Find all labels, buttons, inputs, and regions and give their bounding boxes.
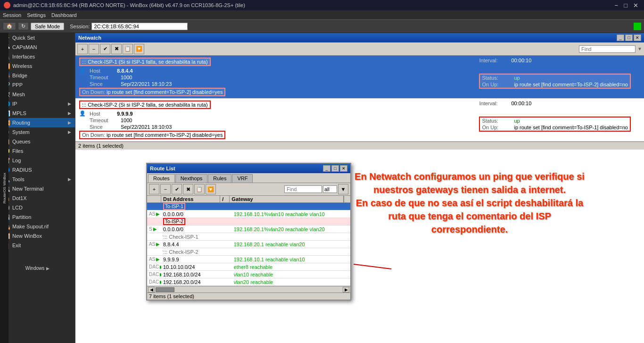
table-row-as-9999[interactable]: AS ▶ 9.9.9.9 192.168.10.1 reachable vlan… — [147, 256, 350, 263]
netwatch-check-button[interactable]: ✔ — [100, 44, 110, 54]
tab-rules[interactable]: Rules — [208, 174, 231, 183]
close-button[interactable]: ✕ — [631, 2, 640, 9]
scroll-left[interactable]: ◀ — [148, 287, 155, 293]
sidebar-item-files[interactable]: 📁 Files — [0, 146, 75, 156]
netwatch-isp2-ondown-box: On Down: ip route set [find comment=To-I… — [79, 131, 225, 139]
menu-settings[interactable]: Settings — [27, 12, 46, 18]
minimize-button[interactable]: − — [613, 2, 620, 9]
maximize-button[interactable]: □ — [622, 2, 629, 9]
sidebar-item-make-supout[interactable]: 📤 Make Supout.rif — [0, 222, 75, 231]
table-row-dac-192-10[interactable]: DAC ▶ 192.168.10.0/24 vlan10 reachable — [147, 271, 350, 278]
netwatch-add-button[interactable]: + — [77, 44, 88, 54]
menu-dashboard[interactable]: Dashboard — [51, 12, 77, 18]
table-row-to-isp-2-label[interactable]: To-ISP-2 — [147, 218, 350, 226]
netwatch-find-input[interactable] — [579, 45, 636, 53]
sidebar-item-log[interactable]: 📝 Log — [0, 156, 75, 165]
sidebar-item-partition[interactable]: 💾 Partition — [0, 212, 75, 222]
sidebar-item-mesh[interactable]: 🕸 Mesh — [0, 90, 75, 99]
netwatch-maximize[interactable]: □ — [625, 34, 633, 41]
sidebar-item-queues[interactable]: 📋 Queues — [0, 137, 75, 146]
sidebar-item-capsman[interactable]: 📡 CAPsMAN — [0, 42, 75, 52]
route-filter-input[interactable] — [323, 185, 337, 193]
route-remove-button[interactable]: − — [160, 184, 171, 194]
app-icon — [4, 2, 10, 8]
netwatch-isp1-onup-label: On Up: — [482, 82, 510, 87]
sidebar-item-lcd[interactable]: 🖥 LCD — [0, 203, 75, 212]
sidebar-item-routing[interactable]: 🔀 Routing ▶ — [0, 118, 75, 127]
sidebar-item-interfaces[interactable]: 🔌 Interfaces — [0, 52, 75, 61]
refresh-button[interactable]: ↻ — [18, 22, 29, 30]
table-row-check-isp1-label[interactable]: ::: Check-ISP-1 — [147, 233, 350, 241]
scroll-thumb[interactable] — [156, 287, 174, 292]
menubar: Session Settings Dashboard — [0, 10, 644, 20]
netwatch-isp1-ondown-box: On Down: ip route set [find comment=To-I… — [79, 88, 225, 96]
sidebar-item-ip[interactable]: 🌐 IP ▶ — [0, 99, 75, 109]
sidebar-item-exit[interactable]: 🚪 Exit — [0, 241, 75, 250]
table-row-as-8844[interactable]: AS ▶ 8.8.4.4 192.168.20.1 reachable vlan… — [147, 241, 350, 248]
route-x-button[interactable]: ✖ — [183, 184, 193, 194]
table-row-s-0000-vlan20[interactable]: S ▶ 0.0.0.0/0 192.168.20.1%vlan20 reacha… — [147, 226, 350, 233]
table-row-dac-192-20[interactable]: DAC ▶ 192.168.20.0/24 vlan20 reachable — [147, 278, 350, 286]
netwatch-isp2-ondown-label: On Down: — [82, 132, 105, 138]
route-find-input[interactable] — [284, 185, 322, 193]
tab-vrf[interactable]: VRF — [232, 174, 253, 183]
netwatch-isp1-host-icon: 👤 — [79, 67, 86, 74]
netwatch-isp1-status-box: Status: up On Up: ip route set [find com… — [479, 74, 631, 89]
sidebar-item-system[interactable]: ⚙ System ▶ — [0, 127, 75, 137]
to-isp2-box: To-ISP-2 — [163, 218, 185, 225]
netwatch-row-isp2[interactable]: ::: Check-ISP-2 (Si si ISP-2 falla, se d… — [75, 99, 644, 142]
route-copy-button[interactable]: 📋 — [194, 184, 205, 194]
netwatch-isp2-status-row: Status: up — [482, 118, 628, 124]
titlebar-controls: − □ ✕ — [613, 2, 640, 9]
sidebar-item-wireless[interactable]: 📶 Wireless — [0, 61, 75, 71]
table-row-dac-10[interactable]: DAC ▶ 10.10.10.0/24 ether8 reachable — [147, 263, 350, 271]
flag-dac2: DAC — [149, 272, 159, 277]
netwatch-copy-button[interactable]: 📋 — [123, 44, 133, 54]
sidebar-item-bridge[interactable]: 🌉 Bridge — [0, 71, 75, 80]
netwatch-x-button[interactable]: ✖ — [111, 44, 122, 54]
sidebar-item-windows[interactable]: Windows ▶ — [22, 264, 54, 272]
route-minimize[interactable]: _ — [323, 165, 330, 172]
netwatch-isp1-onup-row: On Up: ip route set [find comment=To-ISP… — [482, 82, 628, 87]
home-button[interactable]: 🏠 — [3, 22, 16, 30]
arrow-as2: ▶ — [156, 242, 160, 247]
session-input[interactable] — [91, 23, 188, 30]
netwatch-row-isp1[interactable]: ::: Check-ISP-1 (Si si ISP-1 falla, se d… — [75, 56, 644, 99]
netwatch-isp2-title: ::: Check-ISP-2 (Si si ISP-2 falla, se d… — [82, 102, 208, 108]
table-row-check-isp2-label[interactable]: ::: Check-ISP-2 — [147, 248, 350, 256]
sidebar-item-quick-set[interactable]: ⚡ Quick Set — [0, 33, 75, 42]
sidebar-item-new-winbox[interactable]: 🪟 New WinBox — [0, 231, 75, 241]
netwatch-close[interactable]: ✕ — [634, 34, 641, 41]
route-add-button[interactable]: + — [149, 184, 159, 194]
table-row-as-0000-vlan10[interactable]: AS ▶ 0.0.0.0/0 192.168.10.1%vlan10 reach… — [147, 210, 350, 218]
sidebar-item-tools[interactable]: 🔧 Tools ▶ — [0, 175, 75, 184]
netwatch-filter-button[interactable]: 🔽 — [134, 44, 144, 54]
netwatch-remove-button[interactable]: − — [89, 44, 99, 54]
annotation-line1: En Netwatch configuramos un ping que ver… — [309, 170, 630, 183]
menu-session[interactable]: Session — [3, 12, 21, 18]
sidebar-item-new-terminal[interactable]: 💻 New Terminal — [0, 184, 75, 193]
netwatch-isp2-title-box: ::: Check-ISP-2 (Si si ISP-2 falla, se d… — [79, 100, 211, 109]
tab-nexthops[interactable]: Nexthops — [175, 174, 207, 183]
scroll-right[interactable]: ▶ — [343, 287, 349, 293]
sidebar-item-ppp[interactable]: 🔗 PPP — [0, 80, 75, 90]
route-filter-button[interactable]: 🔽 — [206, 184, 216, 194]
netwatch-isp1-title-box: ::: Check-ISP-1 (Si si ISP-1 falla, se d… — [79, 58, 211, 66]
route-scrollbar[interactable]: ◀ ▶ — [147, 286, 350, 293]
route-filter-apply[interactable]: ▼ — [338, 184, 348, 194]
sidebar-label-make-supout: Make Supout.rif — [12, 224, 71, 229]
safe-mode-button[interactable]: Safe Mode — [31, 23, 64, 30]
route-close[interactable]: ✕ — [340, 165, 347, 172]
route-list-window: Route List _ □ ✕ Routes Nexthops Rules — [146, 163, 351, 301]
tab-routes[interactable]: Routes — [148, 174, 175, 183]
netwatch-isp2-since-value: Sep/22/2021 18:10:03 — [121, 124, 172, 130]
sidebar-item-radius[interactable]: 🔵 RADIUS — [0, 165, 75, 175]
row-gateway-dac2: vlan10 reachable — [232, 272, 350, 277]
col-sort[interactable]: / — [220, 196, 230, 202]
route-maximize[interactable]: □ — [331, 165, 339, 172]
netwatch-minimize[interactable]: _ — [617, 34, 624, 41]
table-row-to-isp-1-label[interactable]: To-ISP-1 — [147, 203, 350, 210]
sidebar-item-dot1x[interactable]: 🔒 Dot1X — [0, 193, 75, 203]
sidebar-item-mpls[interactable]: 📊 MPLS ▶ — [0, 109, 75, 118]
route-check-button[interactable]: ✔ — [172, 184, 182, 194]
